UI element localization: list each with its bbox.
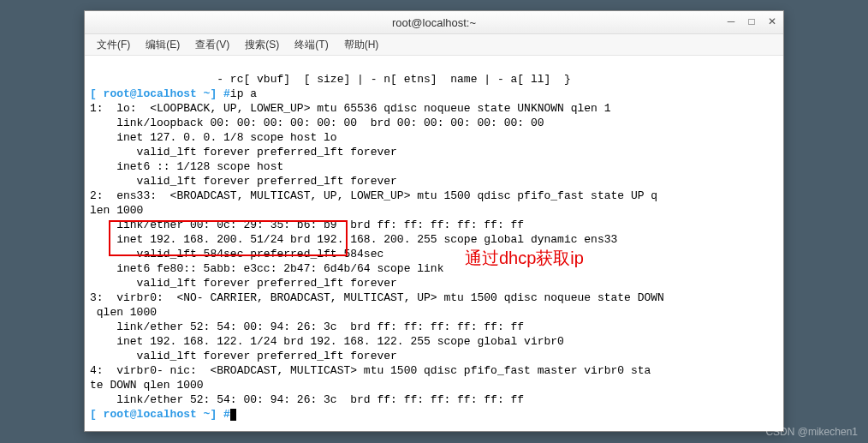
- output-line: 2: ens33: <BROADCAST, MULTICAST, UP, LOW…: [90, 189, 657, 202]
- command: ip a: [230, 87, 257, 100]
- maximize-button[interactable]: □: [744, 14, 759, 29]
- window-title: root@localhost:~: [392, 16, 476, 29]
- output-line: 3: virbr0: <NO- CARRIER, BROADCAST, MULT…: [90, 291, 664, 304]
- output-line: valid_lft forever preferred_lft forever: [90, 277, 397, 290]
- shell-prompt: [ root@localhost ~] #: [90, 408, 230, 421]
- watermark: CSDN @mikechen1: [765, 426, 858, 438]
- window-controls: ─ □ ✕: [723, 14, 780, 29]
- menu-terminal[interactable]: 终端(T): [288, 36, 335, 54]
- output-line: link/loopback 00: 00: 00: 00: 00: 00 brd…: [90, 117, 544, 129]
- output-line: 4: virbr0- nic: <BROADCAST, MULTICAST> m…: [90, 364, 651, 377]
- terminal-window: root@localhost:~ ─ □ ✕ 文件(F) 编辑(E) 查看(V)…: [84, 10, 784, 432]
- output-line: valid_lft forever preferred_lft forever: [90, 146, 397, 159]
- output-line: link/ether 52: 54: 00: 94: 26: 3c brd ff…: [90, 393, 524, 406]
- output-line: link/ether 52: 54: 00: 94: 26: 3c brd ff…: [90, 320, 524, 333]
- titlebar[interactable]: root@localhost:~ ─ □ ✕: [85, 11, 783, 34]
- output-line: qlen 1000: [90, 306, 157, 319]
- annotation-text: 通过dhcp获取ip: [465, 251, 584, 266]
- close-button[interactable]: ✕: [764, 14, 780, 29]
- output-line: valid_lft forever preferred_lft forever: [90, 350, 397, 362]
- output-line: inet6 :: 1/128 scope host: [90, 160, 283, 173]
- output-line: te DOWN qlen 1000: [90, 379, 204, 392]
- menu-edit[interactable]: 编辑(E): [139, 36, 187, 54]
- cursor: [230, 409, 236, 421]
- shell-prompt: [ root@localhost ~] #: [90, 87, 230, 100]
- output-line: link/ether 00: 0c: 29: 35: b6: b9 brd ff…: [90, 219, 524, 231]
- menu-help[interactable]: 帮助(H): [337, 36, 386, 54]
- menu-search[interactable]: 搜索(S): [238, 36, 286, 54]
- output-line: valid_lft forever preferred_lft forever: [90, 175, 397, 188]
- output-line: valid_lft 584sec preferred_lft 584sec: [90, 248, 383, 260]
- output-line: inet 192. 168. 122. 1/24 brd 192. 168. 1…: [90, 335, 564, 348]
- output-line: inet 127. 0. 0. 1/8 scope host lo: [90, 131, 337, 144]
- output-line: inet 192. 168. 200. 51/24 brd 192. 168. …: [90, 233, 617, 246]
- menu-view[interactable]: 查看(V): [188, 36, 236, 54]
- output-line: len 1000: [90, 204, 143, 217]
- terminal-content[interactable]: - rc[ vbuf] [ size] | - n[ etns] name | …: [85, 56, 783, 431]
- output-line: - rc[ vbuf] [ size] | - n[ etns] name | …: [90, 73, 571, 86]
- menu-file[interactable]: 文件(F): [90, 36, 137, 54]
- output-line: 1: lo: <LOOPBACK, UP, LOWER_UP> mtu 6553…: [90, 102, 611, 115]
- minimize-button[interactable]: ─: [723, 14, 739, 29]
- menubar: 文件(F) 编辑(E) 查看(V) 搜索(S) 终端(T) 帮助(H): [85, 34, 783, 56]
- output-line: inet6 fe80:: 5abb: e3cc: 2b47: 6d4b/64 s…: [90, 262, 443, 275]
